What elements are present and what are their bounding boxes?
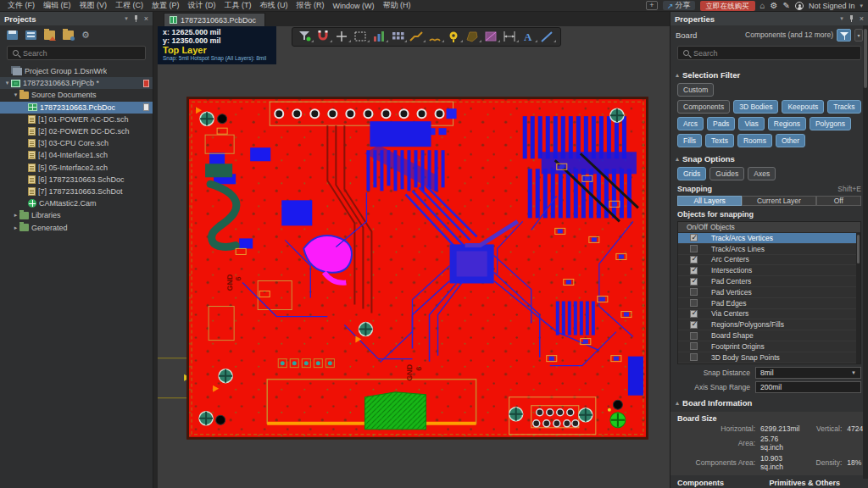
snap-object-checkbox[interactable]	[690, 267, 698, 274]
snap-object-checkbox[interactable]	[690, 256, 698, 263]
polygon-icon[interactable]	[467, 32, 481, 42]
tree-item[interactable]: CAMtastic2.Cam	[0, 197, 153, 209]
snap-object-row[interactable]: Pad Centers	[678, 276, 860, 287]
share-button[interactable]: ↗分享	[663, 1, 695, 10]
snap-toggle-button[interactable]: Grids	[677, 167, 706, 180]
dimension-icon[interactable]	[504, 31, 519, 42]
snap-object-row[interactable]: Intersections	[678, 265, 860, 276]
filter-toggle-button[interactable]: Rooms	[737, 134, 772, 147]
snap-toggle-button[interactable]: Axes	[748, 167, 776, 180]
tree-expand-icon[interactable]	[12, 212, 19, 219]
snap-distance-select[interactable]: 8mil ▼	[755, 367, 861, 379]
menu-item[interactable]: 报告 (R)	[292, 0, 329, 11]
layer-segment-button[interactable]: All Layers	[677, 196, 742, 206]
snap-object-checkbox[interactable]	[690, 278, 698, 286]
snap-object-checkbox[interactable]	[690, 353, 698, 361]
add-button[interactable]: +	[646, 1, 658, 10]
projects-search-input[interactable]: Search	[7, 46, 146, 60]
custom-filter-button[interactable]: Custom	[677, 83, 714, 97]
snap-object-checkbox[interactable]	[690, 332, 698, 340]
select-area-icon[interactable]	[355, 32, 370, 42]
tree-item[interactable]: [7] 17872310663.SchDot	[0, 186, 153, 197]
filter-toggle-button[interactable]: Texts	[705, 134, 734, 147]
snap-object-row[interactable]: Board Shape	[678, 330, 860, 341]
menu-item[interactable]: 设计 (D)	[184, 0, 220, 11]
snap-object-row[interactable]: Track/Arcs Vertices	[678, 233, 860, 244]
filter-toggle-button[interactable]: Arcs	[677, 117, 704, 130]
avatar-icon[interactable]	[795, 2, 804, 10]
menu-item[interactable]: 放置 (P)	[147, 0, 184, 11]
gear-icon[interactable]: ⚙	[81, 30, 90, 40]
menu-item[interactable]: 编辑 (E)	[39, 0, 75, 11]
interactive-routing-icon[interactable]	[410, 32, 426, 42]
filter-toggle-button[interactable]: Pads	[707, 117, 735, 130]
snap-object-row[interactable]: Pad Vertices	[678, 287, 860, 298]
pin-icon[interactable]	[849, 15, 854, 23]
tree-expand-icon[interactable]	[12, 92, 19, 98]
filter-toggle-button[interactable]: Components	[677, 100, 730, 114]
snap-object-row[interactable]: Pad Edges	[678, 298, 860, 309]
snap-toggle-button[interactable]: Guides	[709, 167, 744, 180]
pad-array-icon[interactable]	[392, 32, 407, 42]
compile-folder-icon[interactable]	[44, 30, 55, 40]
filter-toggle-button[interactable]: Polygons	[810, 117, 851, 130]
filter-toggle-button[interactable]: Tracks	[827, 100, 860, 114]
folder-settings-icon[interactable]	[63, 30, 74, 40]
save-icon[interactable]	[7, 30, 18, 40]
tree-item[interactable]: Libraries	[0, 209, 153, 221]
tree-item[interactable]: [5] 05-Interface2.sch	[0, 162, 153, 174]
arc-icon[interactable]	[430, 39, 444, 42]
filter-toggle-button[interactable]: Other	[776, 134, 805, 147]
snap-magnet-icon[interactable]	[319, 30, 333, 42]
room-icon[interactable]	[486, 32, 500, 42]
line-icon[interactable]	[542, 32, 556, 42]
filter-toggle-button[interactable]: Fills	[677, 134, 702, 147]
home-icon[interactable]: ⌂	[760, 2, 765, 10]
tree-expand-icon[interactable]	[3, 80, 11, 86]
snap-object-row[interactable]: Regions/Polygons/Fills	[678, 319, 860, 330]
close-icon[interactable]: ×	[860, 14, 864, 23]
buy-online-button[interactable]: 立即在线购买	[700, 1, 755, 11]
snap-object-row[interactable]: Footprint Origins	[678, 341, 860, 352]
filter-toggle-button[interactable]: Keepouts	[782, 100, 824, 114]
snap-object-row[interactable]: Arc Centers	[678, 255, 860, 266]
text-icon[interactable]: A	[524, 30, 537, 43]
filter-dropdown-icon[interactable]: ▾	[854, 29, 863, 42]
menu-item[interactable]: 工具 (T)	[220, 0, 256, 11]
via-icon[interactable]	[450, 32, 464, 43]
filter-toggle-button[interactable]: 3D Bodies	[733, 100, 778, 114]
layer-segment-button[interactable]: Off	[816, 196, 861, 206]
move-icon[interactable]	[337, 31, 351, 42]
tree-expand-icon[interactable]	[12, 225, 19, 231]
pen-icon[interactable]: ✎	[783, 2, 790, 10]
open-document-icon[interactable]	[25, 30, 36, 40]
board-insight-icon[interactable]	[374, 31, 388, 42]
close-icon[interactable]: ×	[144, 14, 148, 23]
settings-gear-icon[interactable]: ⚙	[771, 2, 778, 10]
snap-object-row[interactable]: Via Centers	[678, 309, 860, 320]
snap-object-row[interactable]: Track/Arcs Lines	[678, 244, 860, 255]
pin-icon[interactable]	[133, 15, 139, 23]
tree-item[interactable]: [3] 03-CPU Core.sch	[0, 137, 153, 149]
menu-item[interactable]: 布线 (U)	[256, 0, 292, 11]
menu-item[interactable]: 工程 (C)	[111, 0, 147, 11]
tree-item[interactable]: 17872310663.PrjPcb *	[0, 77, 153, 89]
panel-scrollbar[interactable]	[863, 25, 868, 479]
tree-item[interactable]: Generated	[0, 221, 153, 233]
pcb-board-graphic[interactable]: GND 6 GND 6	[158, 26, 670, 488]
snap-object-checkbox[interactable]	[690, 342, 698, 350]
tree-item[interactable]: [1] 01-POWER AC-DC.sch	[0, 114, 153, 125]
section-snap-options[interactable]: Snap Options	[670, 152, 868, 165]
table-scrollbar[interactable]	[856, 233, 860, 363]
snap-object-checkbox[interactable]	[690, 234, 698, 241]
pcb-editor-canvas[interactable]: GND 6 GND 6 x: 12625.000 mil y: 12350.00…	[158, 26, 670, 488]
filter-toggle-button[interactable]: Vias	[738, 117, 764, 130]
properties-search-input[interactable]: Search	[677, 46, 861, 60]
tree-item[interactable]: 17872310663.PcbDoc	[0, 102, 153, 114]
tree-item[interactable]: [2] 02-POWER DC-DC.sch	[0, 125, 153, 137]
snap-object-checkbox[interactable]	[690, 288, 698, 296]
tree-item[interactable]: Source Documents	[0, 89, 153, 101]
signin-label[interactable]: Not Signed In	[809, 2, 855, 10]
axis-snap-range-input[interactable]: 200mil	[755, 381, 861, 393]
tab-pcbdoc[interactable]: 17872310663.PcbDoc	[164, 13, 265, 26]
